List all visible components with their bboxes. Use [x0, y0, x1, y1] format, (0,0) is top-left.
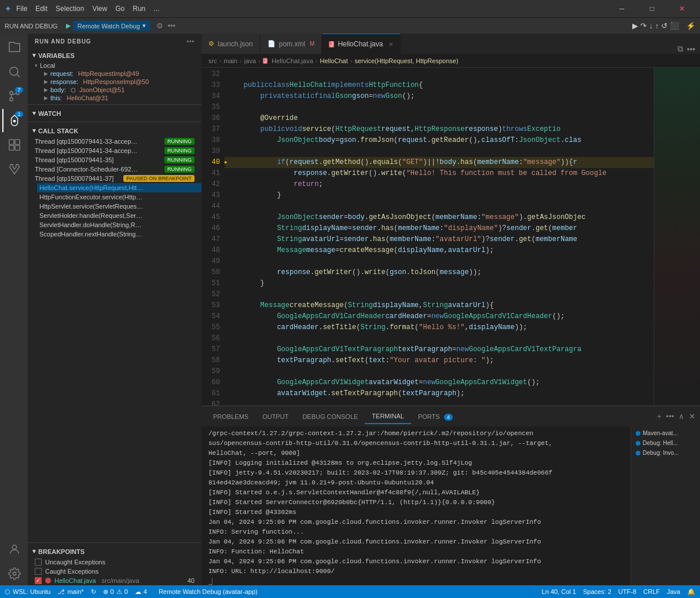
panel-up-button[interactable]: ∧: [679, 412, 684, 421]
window-controls[interactable]: ─ □ ✕: [609, 0, 695, 17]
status-ln-col[interactable]: Ln 40, Col 1: [542, 588, 576, 596]
panel-tab-terminal[interactable]: TERMINAL: [365, 409, 411, 424]
close-button[interactable]: ✕: [669, 0, 695, 17]
debug-settings-button[interactable]: ⚙: [156, 21, 163, 30]
bp-hellochat-checkbox[interactable]: ✓: [35, 577, 42, 584]
panel-right-debug-hell[interactable]: Debug: Hell...: [633, 439, 698, 447]
panel-right-debug-invo[interactable]: Debug: Invo...: [633, 448, 698, 457]
status-errors[interactable]: ⊗ 0 ⚠ 0: [103, 588, 128, 596]
ports-badge: 4: [444, 414, 453, 421]
panel-close-button[interactable]: ✕: [689, 412, 695, 421]
var-request[interactable]: ▶ request: HttpRequestImpl@49: [42, 70, 201, 78]
local-section[interactable]: ▾ Local: [32, 61, 201, 70]
menu-go[interactable]: Go: [115, 5, 124, 13]
panel-add-button[interactable]: +: [657, 412, 662, 421]
status-eol[interactable]: CRLF: [643, 588, 660, 596]
frame-5[interactable]: ScopedHandler.nextHandle(String,Request,…: [37, 229, 201, 239]
breadcrumb-src[interactable]: src: [208, 57, 217, 64]
activity-debug[interactable]: 1: [2, 109, 25, 132]
activity-account[interactable]: [2, 538, 25, 561]
stop-button[interactable]: ⬛: [670, 21, 679, 30]
panel-more-button[interactable]: •••: [666, 412, 674, 421]
menu-run[interactable]: Run: [133, 5, 145, 13]
callstack-header[interactable]: ▾ CALL STACK: [28, 125, 201, 137]
tab-launch-json[interactable]: ⚙ launch.json: [201, 34, 261, 54]
breakpoints-header[interactable]: ▾ BREAKPOINTS: [28, 545, 201, 557]
breadcrumb-file[interactable]: HelloChat.java: [272, 57, 313, 64]
status-encoding[interactable]: UTF-8: [618, 588, 636, 596]
var-this[interactable]: ▶ this: HelloChat@31: [42, 94, 201, 102]
status-language[interactable]: Java: [667, 588, 680, 596]
split-editor-button[interactable]: ⧉: [677, 44, 683, 54]
step-into-button[interactable]: ↓: [649, 21, 653, 30]
thread-3[interactable]: Thread [qtp1500079441-35] RUNNING: [28, 155, 201, 165]
step-over-button[interactable]: ↷: [640, 21, 647, 30]
bp-uncaught[interactable]: Uncaught Exceptions: [28, 557, 201, 567]
breadcrumb-class[interactable]: HelloChat: [320, 57, 347, 64]
continue-button[interactable]: ▶: [632, 21, 638, 30]
activity-extensions[interactable]: [2, 133, 25, 156]
code-content[interactable]: public class HelloChat implements HttpFu…: [225, 68, 654, 406]
menu-bar[interactable]: File Edit Selection View Go Run ...: [16, 5, 159, 13]
debug-more-button[interactable]: •••: [168, 21, 176, 30]
status-remote[interactable]: ⬡ WSL: Ubuntu: [5, 588, 50, 596]
status-notifications[interactable]: 🔔: [687, 588, 695, 596]
thread-5[interactable]: Thread [qtp1500079441-37] PAUSED ON BREA…: [28, 174, 201, 183]
panel-tab-ports[interactable]: PORTS 4: [411, 410, 460, 424]
tab-hellochat[interactable]: J HelloChat.java ✕: [322, 34, 401, 54]
breadcrumb-method[interactable]: service(HttpRequest, HttpResponse): [354, 57, 458, 64]
activity-explorer[interactable]: [2, 36, 25, 59]
activity-test[interactable]: [2, 158, 25, 181]
bp-uncaught-checkbox[interactable]: [35, 559, 42, 566]
frame-3[interactable]: ServletHolder.handle(Request,ServletRequ…: [37, 211, 201, 220]
status-branch[interactable]: ⎇ main*: [57, 588, 83, 596]
status-debug-name[interactable]: Remote Watch Debug (avatar-app): [159, 588, 258, 595]
status-cloud[interactable]: ☁ 4: [135, 588, 147, 596]
status-spaces[interactable]: Spaces: 2: [583, 588, 611, 596]
frame-2[interactable]: HttpServlet.service(ServletRequest,Servl…: [37, 202, 201, 211]
breadcrumb-main[interactable]: main: [223, 57, 237, 64]
frame-1[interactable]: HttpFunctionExecutor.service(HttpServlet…: [37, 192, 201, 202]
var-response[interactable]: ▶ response: HttpResponseImpl@50: [42, 78, 201, 86]
panel-right-maven[interactable]: Maven-avat...: [633, 429, 698, 437]
frame-4[interactable]: ServletHandler.doHandle(String,Request,H…: [37, 220, 201, 229]
menu-edit[interactable]: Edit: [35, 5, 47, 13]
svg-point-10: [13, 572, 16, 575]
bp-caught-checkbox[interactable]: [35, 568, 42, 575]
bp-caught[interactable]: Caught Exceptions: [28, 567, 201, 576]
debug-action-bar: ▶ ↷ ↓ ↑ ↺ ⬛ ⚡: [632, 21, 695, 30]
maximize-button[interactable]: □: [639, 0, 665, 17]
panel-tab-debug-console[interactable]: DEBUG CONSOLE: [295, 410, 365, 424]
watch-header[interactable]: ▾ WATCH: [28, 107, 201, 119]
restart-button[interactable]: ↺: [661, 21, 668, 30]
menu-selection[interactable]: Selection: [56, 5, 84, 13]
terminal-content[interactable]: /grpc-context/1.27.2/grpc-context-1.27.2…: [201, 426, 631, 585]
line-58: textParagraph.setText(text:"Your avatar …: [225, 355, 654, 366]
panel-tab-problems[interactable]: PROBLEMS: [206, 410, 255, 424]
sidebar-more-button[interactable]: •••: [186, 38, 195, 45]
activity-source-control[interactable]: 7: [2, 85, 25, 108]
tab-hellochat-close[interactable]: ✕: [389, 41, 393, 48]
frame-0[interactable]: HelloChat.service(HttpRequest,HttpRespon…: [37, 183, 201, 192]
step-out-button[interactable]: ↑: [655, 21, 659, 30]
menu-view[interactable]: View: [92, 5, 107, 13]
debug-config-dropdown[interactable]: Remote Watch Debug ▾: [73, 21, 151, 31]
panel-tab-output[interactable]: OUTPUT: [255, 410, 295, 424]
bp-hellochat[interactable]: ✓ HelloChat.java src/main/java 40: [28, 576, 201, 585]
menu-file[interactable]: File: [16, 5, 27, 13]
var-body[interactable]: ▶ body: ⬡ JsonObject@51: [42, 86, 201, 94]
minimize-button[interactable]: ─: [609, 0, 635, 17]
thread-4[interactable]: Thread [Connector-Scheduler-6920b0bc-1] …: [28, 165, 201, 174]
activity-search[interactable]: [2, 60, 25, 83]
variables-header[interactable]: ▾ VARIABLES: [28, 49, 201, 61]
activity-settings[interactable]: [2, 562, 25, 585]
tab-pom-xml[interactable]: 📄 pom.xml M: [261, 34, 322, 54]
status-sync[interactable]: ↻: [91, 588, 96, 596]
thread-1[interactable]: Thread [qtp1500079441-33-acceptor-0@48..…: [28, 137, 201, 146]
menu-more[interactable]: ...: [153, 5, 159, 13]
hot-replace-button[interactable]: ⚡: [686, 21, 695, 30]
code-editor[interactable]: 32333435 36373839 40414243 44454647 4849…: [201, 68, 654, 406]
more-tabs-button[interactable]: •••: [687, 45, 695, 54]
breadcrumb-java[interactable]: java: [244, 57, 256, 64]
thread-2[interactable]: Thread [qtp1500079441-34-acceptor-1@66..…: [28, 146, 201, 155]
